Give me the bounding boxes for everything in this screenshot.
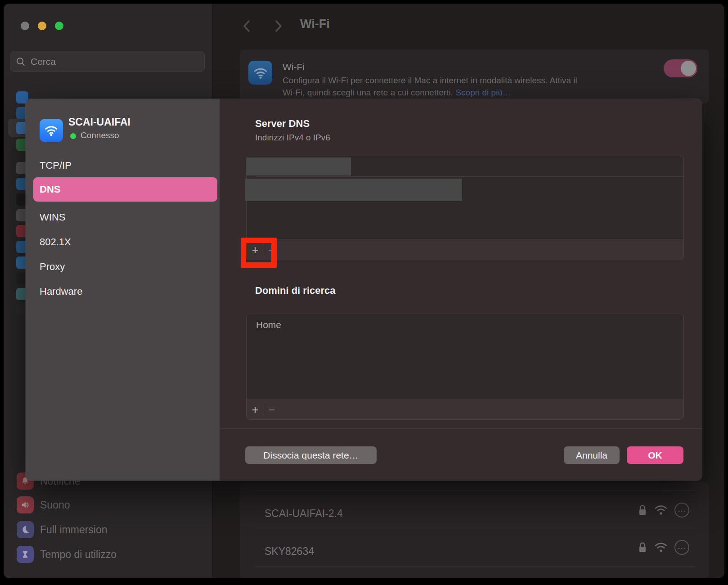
speaker-icon xyxy=(17,496,34,513)
zoom-button[interactable] xyxy=(55,22,63,30)
dns-section-title: Server DNS xyxy=(255,118,310,130)
tab-8021x[interactable]: 802.1X xyxy=(33,230,217,254)
more-options-button[interactable]: … xyxy=(674,540,689,555)
dns-list-footer: + − xyxy=(247,239,683,260)
wifi-icon xyxy=(248,61,272,85)
redacted-dns-entry[interactable] xyxy=(247,158,351,176)
dialog-content: Server DNS Indirizzi IPv4 o IPv6 + − Dom… xyxy=(220,99,702,481)
sidebar-item-sound[interactable]: Suono xyxy=(17,496,70,513)
annotation-highlight-box xyxy=(241,238,277,268)
wifi-signal-icon xyxy=(654,504,668,516)
sidebar-item-screen-time[interactable]: Tempo di utilizzo xyxy=(17,546,117,563)
wifi-card-description: Configura il Wi-Fi per connettere il Mac… xyxy=(283,76,577,86)
divider xyxy=(256,176,683,177)
add-search-domain-button[interactable]: + xyxy=(247,399,264,420)
search-input[interactable] xyxy=(30,56,199,68)
more-options-button[interactable]: … xyxy=(674,503,689,518)
hourglass-icon xyxy=(17,546,34,563)
dns-server-list: + − xyxy=(246,156,684,260)
divider xyxy=(254,490,695,491)
minimize-button[interactable] xyxy=(38,22,46,30)
tab-hardware[interactable]: Hardware xyxy=(33,279,217,304)
tab-tcpip[interactable]: TCP/IP xyxy=(33,153,217,178)
moon-icon xyxy=(17,521,34,538)
redacted-dns-entry[interactable] xyxy=(245,179,462,201)
dialog-sidebar: SCAI-UAIFAI Connesso TCP/IP DNS WINS 802… xyxy=(26,99,220,481)
lock-icon xyxy=(638,504,647,517)
divider xyxy=(220,428,702,429)
dialog-network-name: SCAI-UAIFAI xyxy=(68,116,130,128)
tab-wins[interactable]: WINS xyxy=(33,205,217,230)
wifi-card-title: Wi-Fi xyxy=(283,62,305,72)
back-button[interactable] xyxy=(242,19,252,33)
network-details-dialog: SCAI-UAIFAI Connesso TCP/IP DNS WINS 802… xyxy=(26,99,702,481)
ok-button[interactable]: OK xyxy=(627,446,683,464)
sidebar-item-focus[interactable]: Full immersion xyxy=(17,521,108,538)
search-domain-item[interactable]: Home xyxy=(256,320,281,330)
search-icon xyxy=(16,57,26,67)
learn-more-link[interactable]: Scopri di più… xyxy=(455,88,511,97)
divider xyxy=(254,566,695,567)
page-title: Wi-Fi xyxy=(300,17,330,31)
dns-section-subtitle: Indirizzi IPv4 o IPv6 xyxy=(255,133,330,143)
forget-network-button[interactable]: Dissocia questa rete… xyxy=(245,446,377,464)
sidebar-item-label: Suono xyxy=(40,499,70,511)
network-row-name: SKY82634 xyxy=(265,545,314,558)
network-row-icons: … xyxy=(638,503,689,518)
remove-search-domain-button[interactable]: − xyxy=(264,399,279,420)
toggle-knob xyxy=(681,61,696,76)
network-row-icons: … xyxy=(638,540,689,555)
divider xyxy=(254,529,695,529)
wifi-network-icon xyxy=(40,119,63,142)
tab-proxy[interactable]: Proxy xyxy=(33,255,217,279)
domains-list-footer: + − xyxy=(247,399,683,419)
wifi-signal-icon xyxy=(654,542,668,554)
close-button[interactable] xyxy=(21,22,29,30)
connected-status-dot xyxy=(70,133,76,139)
wifi-card-description: Wi-Fi, quindi scegli una rete a cui conn… xyxy=(283,88,511,98)
search-field[interactable] xyxy=(10,51,205,72)
sidebar-item-label: Full immersion xyxy=(40,524,108,536)
wifi-card: Wi-Fi Configura il Wi-Fi per connettere … xyxy=(240,50,709,104)
forward-button[interactable] xyxy=(274,19,283,33)
wifi-toggle[interactable] xyxy=(664,59,697,77)
connection-status: Connesso xyxy=(81,130,119,140)
search-domains-list: Home + − xyxy=(246,314,684,420)
search-domains-title: Domini di ricerca xyxy=(255,285,336,297)
lock-icon xyxy=(638,541,647,554)
screen: Notifiche Suono Full immersion Tempo di … xyxy=(0,0,728,585)
system-settings-window: Notifiche Suono Full immersion Tempo di … xyxy=(4,4,724,578)
tab-dns[interactable]: DNS xyxy=(33,177,217,202)
cancel-button[interactable]: Annulla xyxy=(564,446,620,464)
network-row-name: SCAI-UAIFAI-2.4 xyxy=(265,508,343,520)
known-networks-card: SCAI-UAIFAI-2.4 … SKY82634 … xyxy=(240,482,709,578)
sidebar-item-label: Tempo di utilizzo xyxy=(40,549,117,561)
